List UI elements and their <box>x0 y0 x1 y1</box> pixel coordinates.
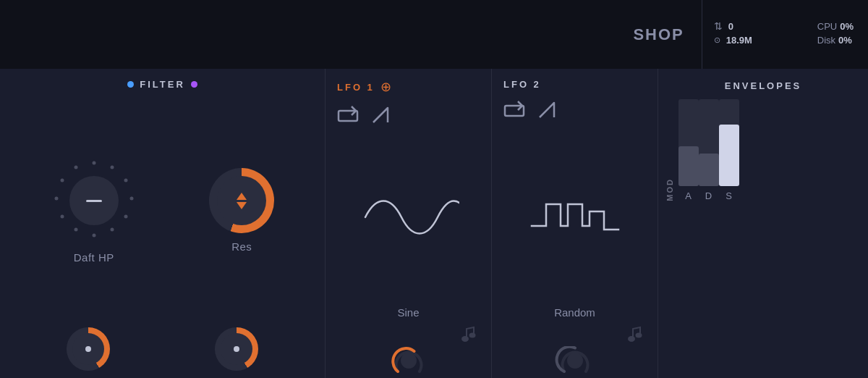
svg-point-19 <box>567 353 583 369</box>
lfo1-label: Sine <box>326 301 491 324</box>
filter-dot-right[interactable] <box>191 81 197 88</box>
lfo1-title: LFO 1 <box>337 82 375 93</box>
disk-value: 0% <box>838 35 852 46</box>
svg-point-9 <box>54 197 58 201</box>
lfo1-loop-icon[interactable] <box>337 105 363 125</box>
envelopes-header: ENVELOPES <box>658 69 868 99</box>
filter-knob-inner <box>69 176 119 225</box>
midi-stats-row: ⇅ 0 <box>714 20 791 32</box>
lfo2-loop-svg <box>503 100 529 120</box>
filter-dot-left[interactable] <box>127 81 134 88</box>
env-slider-a-container: A <box>678 99 699 201</box>
lfo1-bottom-knob[interactable] <box>326 343 491 378</box>
filter-header: FILTER <box>0 69 325 97</box>
svg-point-2 <box>124 179 127 182</box>
note-svg-2 <box>627 324 643 343</box>
cpu-row: CPU 0% <box>817 21 854 32</box>
lfo1-controls-row <box>326 102 491 134</box>
env-slider-s-fill <box>719 125 739 186</box>
res-arrows <box>237 193 247 209</box>
lfo1-note-icon <box>326 324 491 343</box>
envelopes-row: MOD A D S <box>658 99 868 209</box>
svg-point-6 <box>92 234 95 238</box>
top-bar: SHOP ⇅ 0 ⊙ 18.9M CPU 0% Disk 0% <box>0 0 868 69</box>
lfo1-bottom-knob-svg <box>380 346 438 375</box>
lfo2-title: LFO 2 <box>503 79 541 90</box>
svg-point-10 <box>60 179 64 182</box>
arrow-down-icon <box>237 202 247 209</box>
lfo1-header: LFO 1 ⊕ <box>326 69 491 102</box>
env-label-a: A <box>685 190 692 201</box>
svg-point-0 <box>92 161 95 165</box>
lfo2-panel: LFO 2 Random <box>492 69 658 378</box>
filter-bottom <box>0 324 325 378</box>
midi-in-value: 0 <box>728 21 733 32</box>
saw-svg <box>372 105 395 125</box>
env-slider-d[interactable] <box>699 99 719 186</box>
lfo1-saw-icon[interactable] <box>372 105 395 125</box>
svg-point-14 <box>469 333 476 338</box>
mini-knob-indicator-1 <box>85 346 91 352</box>
lfo2-waveform[interactable] <box>492 129 658 301</box>
note-svg-1 <box>461 324 477 343</box>
memory-value: 18.9M <box>726 35 752 46</box>
svg-point-3 <box>129 197 133 201</box>
sine-wave-svg <box>358 188 459 246</box>
env-slider-s[interactable] <box>719 99 739 186</box>
res-knob-label: Res <box>231 240 252 253</box>
svg-point-1 <box>110 166 114 169</box>
filter-knob-container: Daft HP <box>51 157 137 264</box>
lfo2-saw-svg <box>538 100 561 120</box>
filter-controls: Daft HP Res <box>0 97 325 324</box>
lfo2-loop-icon[interactable] <box>503 100 529 120</box>
memory-icon: ⊙ <box>714 35 720 45</box>
env-slider-a[interactable] <box>678 99 699 186</box>
lfo1-waveform[interactable] <box>326 134 491 301</box>
env-slider-a-fill <box>678 146 699 186</box>
lfo1-panel: LFO 1 ⊕ Sine <box>326 69 492 378</box>
filter-knob-indicator <box>86 200 102 202</box>
random-wave-svg <box>524 186 626 244</box>
svg-point-15 <box>401 353 417 369</box>
main-content: FILTER <box>0 69 868 378</box>
svg-point-13 <box>461 336 469 342</box>
svg-point-4 <box>124 215 127 219</box>
cpu-value: 0% <box>840 21 854 32</box>
mini-knob-indicator-2 <box>234 346 239 352</box>
filter-knob[interactable] <box>51 157 137 244</box>
env-label-s: S <box>726 190 733 201</box>
lfo2-label: Random <box>492 301 658 324</box>
lfo2-saw-icon[interactable] <box>538 100 561 120</box>
svg-point-18 <box>636 333 642 338</box>
env-label-d: D <box>705 190 712 201</box>
svg-point-11 <box>74 166 77 169</box>
envelopes-title: ENVELOPES <box>725 80 801 91</box>
disk-label: Disk <box>817 35 835 46</box>
svg-point-8 <box>60 215 64 219</box>
filter-mini-knob-1[interactable] <box>67 327 110 371</box>
disk-row: Disk 0% <box>817 35 854 46</box>
shop-button[interactable]: SHOP <box>616 0 701 69</box>
filter-mini-knob-2[interactable] <box>215 327 258 371</box>
env-slider-s-container: S <box>719 99 739 201</box>
filter-knob-label: Daft HP <box>74 251 114 264</box>
envelopes-panel: ENVELOPES MOD A D <box>658 69 868 378</box>
lfo2-controls-row <box>492 97 658 129</box>
lfo2-note-icon <box>492 324 658 343</box>
filter-title: FILTER <box>140 79 185 90</box>
lfo2-header: LFO 2 <box>492 69 658 97</box>
mod-label: MOD <box>665 178 674 201</box>
arrow-up-icon <box>237 193 247 200</box>
env-slider-d-fill <box>699 154 719 186</box>
midi-in-icon: ⇅ <box>714 20 723 32</box>
lfo2-bottom-knob[interactable] <box>492 343 658 378</box>
stats-panel-right: CPU 0% Disk 0% <box>803 0 868 69</box>
lfo2-bottom-knob-svg <box>546 346 604 375</box>
lfo1-sync-icon[interactable]: ⊕ <box>380 79 391 95</box>
memory-stats-row: ⊙ 18.9M <box>714 35 791 46</box>
svg-point-5 <box>110 228 114 232</box>
res-knob[interactable] <box>209 168 274 233</box>
env-slider-d-container: D <box>699 99 719 201</box>
filter-panel: FILTER <box>0 69 326 378</box>
res-knob-container: Res <box>209 168 274 253</box>
